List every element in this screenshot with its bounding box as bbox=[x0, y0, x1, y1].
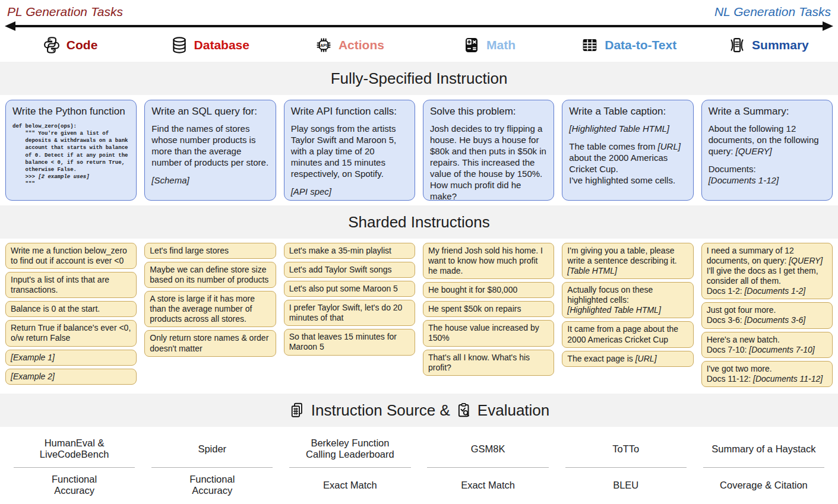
figure-page: PL Generation Tasks NL Generation Tasks … bbox=[0, 0, 838, 504]
shard-box: I prefer Taylor Swift, let's do 20 minut… bbox=[284, 300, 415, 326]
card-title: Write an SQL query for: bbox=[151, 106, 268, 118]
shard-box: Let's find large stores bbox=[144, 243, 276, 259]
sharded-col-math: My friend Josh sold his home. I want to … bbox=[423, 243, 554, 390]
metric-name: Exact Match bbox=[323, 468, 377, 502]
category-label: Math bbox=[486, 38, 516, 52]
shard-box: A store is large if it has more than the… bbox=[144, 291, 276, 327]
shard-box: So that leaves 15 minutes for Maroon 5 bbox=[284, 329, 415, 355]
metric-name: Functional Accuracy bbox=[189, 468, 235, 502]
shard-box: That's all I know. What's his profit? bbox=[423, 350, 554, 376]
shard-box: Maybe we can define store size based on … bbox=[144, 262, 276, 288]
category-label: Actions bbox=[339, 38, 384, 52]
task-axis-labels: PL Generation Tasks NL Generation Tasks bbox=[0, 4, 838, 21]
metric-name: BLEU bbox=[613, 468, 638, 502]
source-eval-title-part1: Instruction Source & bbox=[311, 401, 450, 420]
category-label: Database bbox=[194, 38, 249, 52]
shard-box: [Example 1] bbox=[5, 350, 137, 366]
sharded-banner: Sharded Instructions bbox=[0, 205, 838, 239]
shard-box: Let's make a 35-min playlist bbox=[284, 243, 415, 259]
card-paragraph: [Highlighted Table HTML] bbox=[569, 123, 686, 134]
sharded-col-actions: Let's make a 35-min playlist Let's add T… bbox=[284, 243, 415, 390]
sharded-title: Sharded Instructions bbox=[348, 213, 489, 232]
card-math: Solve this problem: Josh decides to try … bbox=[423, 100, 554, 201]
card-summary: Write a Summary: About the following 12 … bbox=[701, 100, 833, 201]
shard-box: Here's a new batch. Docs 7-10: [Document… bbox=[701, 332, 833, 358]
source-name: HumanEval & LiveCodeBench bbox=[40, 430, 109, 467]
card-paragraph: Play songs from the artists Taylor Swift… bbox=[291, 123, 408, 179]
fully-specified-title: Fully-Specified Instruction bbox=[331, 69, 508, 88]
card-title: Write a Summary: bbox=[709, 106, 826, 118]
pl-generation-tasks-label: PL Generation Tasks bbox=[7, 5, 123, 21]
shard-box: Return True if balance's ever <0, o/w re… bbox=[5, 320, 137, 346]
shard-box: Only return store names & order doesn't … bbox=[144, 330, 276, 356]
category-data-to-text: Data-to-Text bbox=[559, 36, 698, 55]
shard-box: Let's also put some Maroon 5 bbox=[284, 281, 415, 297]
sharded-col-database: Let's find large stores Maybe we can def… bbox=[144, 243, 276, 390]
metric-name: Functional Accuracy bbox=[52, 468, 97, 502]
table-icon bbox=[580, 36, 599, 55]
shard-box: Balance is 0 at the start. bbox=[5, 301, 137, 317]
summarize-icon bbox=[728, 36, 747, 55]
category-label: Data-to-Text bbox=[605, 38, 676, 52]
shard-box: Just got four more. Docs 3-6: [Documents… bbox=[701, 302, 833, 328]
card-data-to-text: Write a Table caption: [Highlighted Tabl… bbox=[562, 100, 693, 201]
metric-name: Coverage & Citation bbox=[720, 468, 808, 502]
source-name: Spider bbox=[198, 430, 226, 467]
calculator-icon bbox=[462, 36, 481, 55]
shard-box: Let's add Taylor Swift songs bbox=[284, 262, 415, 278]
category-actions: API Actions bbox=[279, 36, 419, 55]
shard-box: He spent $50k on repairs bbox=[423, 301, 554, 317]
sharded-columns: Write me a function below_zero to find o… bbox=[0, 243, 838, 390]
shard-box: The house value increased by 150% bbox=[423, 320, 554, 346]
source-name: Summary of a Haystack bbox=[711, 430, 815, 467]
source-name: ToTTo bbox=[612, 430, 639, 467]
category-row: Code Database API Actions bbox=[0, 31, 838, 59]
svg-text:API: API bbox=[320, 43, 327, 47]
card-paragraph: Documents: [Documents 1-12] bbox=[709, 163, 826, 186]
api-chip-icon: API bbox=[314, 36, 333, 55]
metric-name: Exact Match bbox=[461, 468, 515, 502]
category-summary: Summary bbox=[698, 36, 838, 55]
card-database: Write an SQL query for: Find the names o… bbox=[144, 100, 276, 201]
category-label: Summary bbox=[752, 38, 809, 52]
shard-box: I've got two more. Docs 11-12: [Document… bbox=[701, 361, 833, 387]
database-icon bbox=[170, 36, 189, 55]
card-title: Write API function calls: bbox=[291, 106, 408, 118]
sharded-col-summary: I need a summary of 12 documents, on que… bbox=[701, 243, 833, 390]
arrow-right-head-icon bbox=[823, 21, 833, 31]
card-paragraph: About the following 12 documents, on the… bbox=[709, 123, 826, 157]
benchmark-row: HumanEval & LiveCodeBench Functional Acc… bbox=[0, 430, 838, 502]
category-database: Database bbox=[140, 36, 279, 55]
shard-box: My friend Josh sold his home. I want to … bbox=[423, 243, 554, 279]
shard-box: The exact page is [URL] bbox=[562, 351, 693, 367]
fully-specified-banner: Fully-Specified Instruction bbox=[0, 62, 838, 95]
source-name: GSM8K bbox=[471, 430, 505, 467]
evaluation-clipboard-icon bbox=[455, 401, 473, 419]
arrow-left-head-icon bbox=[5, 21, 15, 31]
shard-box: Input's a list of ints that are transact… bbox=[5, 272, 137, 298]
card-paragraph: [Schema] bbox=[151, 175, 268, 186]
source-name: Berkeley Function Calling Leaderboard bbox=[306, 430, 394, 467]
shard-box: Actually focus on these highlighted cell… bbox=[562, 282, 693, 318]
category-code: Code bbox=[0, 36, 140, 55]
source-eval-title-part2: Evaluation bbox=[477, 401, 549, 420]
card-title: Solve this problem: bbox=[430, 106, 547, 118]
documents-icon bbox=[289, 401, 306, 419]
python-icon bbox=[42, 36, 61, 55]
benchmark-actions: Berkeley Function Calling Leaderboard Ex… bbox=[281, 430, 419, 502]
shard-box: I need a summary of 12 documents, on que… bbox=[701, 243, 833, 299]
benchmark-database: Spider Functional Accuracy bbox=[143, 430, 281, 502]
shard-box: It came from a page about the 2000 Ameri… bbox=[562, 321, 693, 347]
python-code-block: def below_zero(ops): """ You're given a … bbox=[12, 123, 129, 188]
fully-specified-cards: Write the Python function def below_zero… bbox=[0, 100, 838, 201]
card-actions: Write API function calls: Play songs fro… bbox=[284, 100, 415, 201]
benchmark-data-to-text: ToTTo BLEU bbox=[557, 430, 695, 502]
category-math: Math bbox=[419, 36, 559, 55]
nl-generation-tasks-label: NL Generation Tasks bbox=[714, 5, 831, 21]
card-paragraph: Josh decides to try flipping a house. He… bbox=[430, 123, 547, 201]
benchmark-math: GSM8K Exact Match bbox=[419, 430, 557, 502]
card-title: Write a Table caption: bbox=[569, 106, 686, 118]
sharded-col-data-to-text: I'm giving you a table, please write a s… bbox=[562, 243, 693, 390]
card-paragraph: [API spec] bbox=[291, 186, 408, 197]
card-title: Write the Python function bbox=[12, 106, 129, 118]
